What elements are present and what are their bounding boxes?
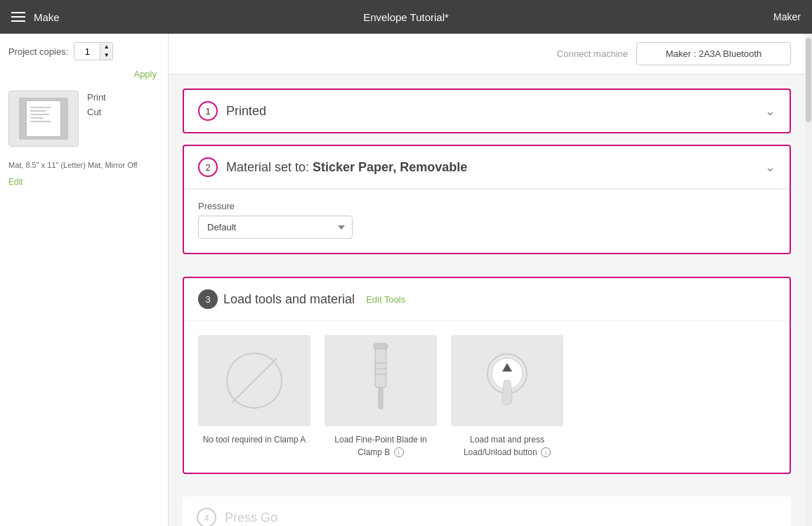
copies-up-button[interactable]: ▲ xyxy=(100,43,112,51)
svg-rect-5 xyxy=(374,343,388,349)
copies-row: Project copies: ▲ ▼ xyxy=(8,42,159,60)
step-3-number: 3 xyxy=(198,289,218,309)
step-2-chevron: ⌄ xyxy=(765,159,775,175)
step-2-title-prefix: Material set to: xyxy=(226,160,309,174)
print-cut-label: Print Cut xyxy=(87,91,106,120)
blade-icon xyxy=(325,335,437,426)
mat-info-icon[interactable]: i xyxy=(541,447,551,457)
steps-area: 1 Printed ⌄ 2 Material set to: xyxy=(169,74,805,526)
svg-rect-0 xyxy=(375,346,386,388)
spacer-3-4 xyxy=(183,485,791,497)
sidebar: Project copies: ▲ ▼ Apply xyxy=(0,34,169,526)
hand-press-icon xyxy=(451,335,563,426)
tool-label-clamp-a: No tool required in Clamp A xyxy=(203,433,306,446)
step-2-body: Pressure Default More Less xyxy=(184,189,790,253)
step-1-header[interactable]: 1 Printed ⌄ xyxy=(184,90,790,132)
blade-svg xyxy=(360,342,402,419)
thumbnail-doc xyxy=(26,100,61,137)
thumbnail-inner xyxy=(19,98,68,140)
step-2-title-bold: Sticker Paper, Removable xyxy=(313,160,467,174)
step-1-header-left: 1 Printed xyxy=(198,101,266,121)
machine-type-label: Maker xyxy=(773,11,801,22)
copies-down-button[interactable]: ▼ xyxy=(100,51,112,60)
no-tool-circle xyxy=(226,353,282,409)
topbar: Make Envelope Tutorial* Maker xyxy=(0,0,812,34)
step-2-section: 2 Material set to: Sticker Paper, Remova… xyxy=(183,145,791,254)
step-1-chevron: ⌄ xyxy=(765,103,775,119)
hand-svg xyxy=(469,342,546,419)
step-3-divider xyxy=(184,320,790,321)
tool-image-mat xyxy=(451,335,563,426)
step-3-section: 3 Load tools and material Edit Tools xyxy=(183,277,791,474)
step-1-title: Printed xyxy=(226,104,266,119)
hamburger-menu[interactable] xyxy=(11,12,25,22)
mat-thumbnail xyxy=(8,91,79,147)
tool-card-clamp-a: No tool required in Clamp A xyxy=(198,335,310,459)
step-4-number: 4 xyxy=(197,508,216,526)
step-2-header-left: 2 Material set to: Sticker Paper, Remova… xyxy=(198,157,467,177)
step-4-section: 4 Press Go xyxy=(183,497,791,526)
copies-spinners: ▲ ▼ xyxy=(100,43,112,60)
step-2-title: Material set to: Sticker Paper, Removabl… xyxy=(226,160,467,175)
step-4-title: Press Go xyxy=(225,511,277,525)
step-3-body: No tool required in Clamp A xyxy=(184,335,790,473)
step-2-number: 2 xyxy=(198,157,218,177)
connect-machine-button[interactable]: Maker : 2A3A Bluetooth xyxy=(636,42,791,65)
copies-input[interactable] xyxy=(74,44,100,59)
tools-row: No tool required in Clamp A xyxy=(184,335,790,459)
tool-card-mat: Load mat and press Load/Unload button i xyxy=(451,335,563,459)
no-tool-slash xyxy=(231,357,277,403)
edit-tools-link[interactable]: Edit Tools xyxy=(366,294,405,305)
step-1-section: 1 Printed ⌄ xyxy=(183,88,791,133)
pressure-label: Pressure xyxy=(198,201,775,211)
main-layout: Project copies: ▲ ▼ Apply xyxy=(0,34,812,526)
main-content: Connect machine Maker : 2A3A Bluetooth 1… xyxy=(169,34,805,526)
scrollbar-thumb xyxy=(806,38,811,122)
connect-machine-label: Connect machine xyxy=(557,48,628,59)
tool-card-clamp-b: Load Fine-Point Blade in Clamp B i xyxy=(325,335,437,459)
topbar-left: Make xyxy=(11,11,60,23)
tool-image-blade xyxy=(325,335,437,426)
scrollbar[interactable] xyxy=(805,34,812,526)
thumbnail-lines xyxy=(27,101,60,128)
pressure-select[interactable]: Default More Less xyxy=(198,216,353,239)
step-3-header: 3 Load tools and material Edit Tools xyxy=(184,278,790,320)
tool-image-no-tool xyxy=(198,335,310,426)
mat-info: Mat, 8.5" x 11" (Letter) Mat, Mirror Off xyxy=(8,159,159,171)
tool-label-mat: Load mat and press Load/Unload button i xyxy=(451,433,563,459)
blade-info-icon[interactable]: i xyxy=(394,447,404,457)
step-3-title: Load tools and material xyxy=(223,292,355,307)
copies-label: Project copies: xyxy=(8,46,68,57)
tool-label-clamp-b: Load Fine-Point Blade in Clamp B i xyxy=(325,433,437,459)
connect-bar: Connect machine Maker : 2A3A Bluetooth xyxy=(169,34,805,74)
step-1-number: 1 xyxy=(198,101,218,121)
svg-rect-1 xyxy=(379,388,383,409)
make-label: Make xyxy=(34,11,60,23)
page-title: Envelope Tutorial* xyxy=(363,11,449,23)
spacer-2-3 xyxy=(183,265,791,277)
step-2-header[interactable]: 2 Material set to: Sticker Paper, Remova… xyxy=(184,146,790,188)
copies-input-wrap: ▲ ▼ xyxy=(74,42,113,60)
apply-button[interactable]: Apply xyxy=(133,69,159,79)
step-4-header: 4 Press Go xyxy=(183,497,791,526)
edit-link[interactable]: Edit xyxy=(8,177,159,187)
